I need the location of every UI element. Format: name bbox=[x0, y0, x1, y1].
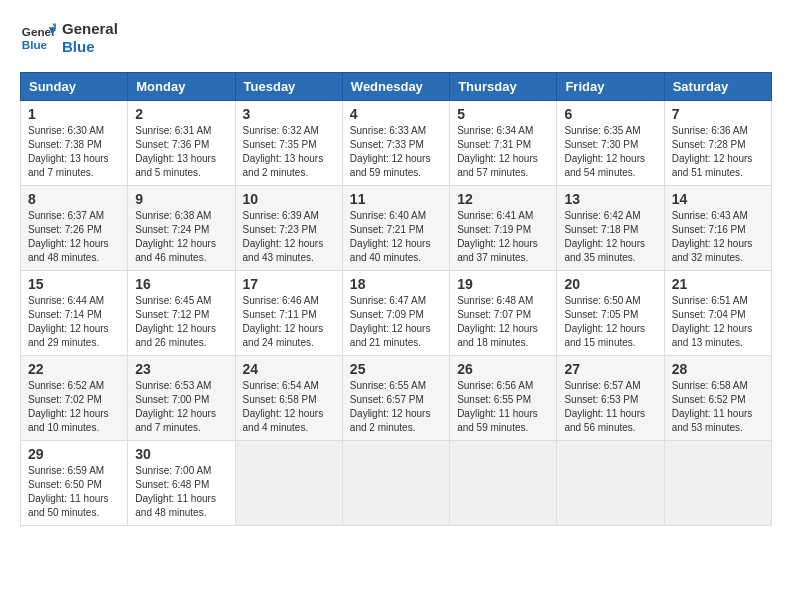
day-number: 9 bbox=[135, 191, 227, 207]
calendar-cell: 8Sunrise: 6:37 AM Sunset: 7:26 PM Daylig… bbox=[21, 186, 128, 271]
day-number: 18 bbox=[350, 276, 442, 292]
calendar-cell: 11Sunrise: 6:40 AM Sunset: 7:21 PM Dayli… bbox=[342, 186, 449, 271]
day-info: Sunrise: 6:51 AM Sunset: 7:04 PM Dayligh… bbox=[672, 294, 764, 350]
calendar-table: SundayMondayTuesdayWednesdayThursdayFrid… bbox=[20, 72, 772, 526]
calendar-cell: 14Sunrise: 6:43 AM Sunset: 7:16 PM Dayli… bbox=[664, 186, 771, 271]
calendar-cell: 9Sunrise: 6:38 AM Sunset: 7:24 PM Daylig… bbox=[128, 186, 235, 271]
calendar-week-row: 15Sunrise: 6:44 AM Sunset: 7:14 PM Dayli… bbox=[21, 271, 772, 356]
day-number: 15 bbox=[28, 276, 120, 292]
day-info: Sunrise: 6:47 AM Sunset: 7:09 PM Dayligh… bbox=[350, 294, 442, 350]
day-number: 5 bbox=[457, 106, 549, 122]
weekday-header-tuesday: Tuesday bbox=[235, 73, 342, 101]
calendar-cell: 10Sunrise: 6:39 AM Sunset: 7:23 PM Dayli… bbox=[235, 186, 342, 271]
day-info: Sunrise: 6:56 AM Sunset: 6:55 PM Dayligh… bbox=[457, 379, 549, 435]
day-number: 10 bbox=[243, 191, 335, 207]
weekday-header-saturday: Saturday bbox=[664, 73, 771, 101]
calendar-cell: 21Sunrise: 6:51 AM Sunset: 7:04 PM Dayli… bbox=[664, 271, 771, 356]
svg-text:General: General bbox=[22, 25, 56, 38]
day-info: Sunrise: 6:40 AM Sunset: 7:21 PM Dayligh… bbox=[350, 209, 442, 265]
day-info: Sunrise: 6:58 AM Sunset: 6:52 PM Dayligh… bbox=[672, 379, 764, 435]
calendar-cell: 22Sunrise: 6:52 AM Sunset: 7:02 PM Dayli… bbox=[21, 356, 128, 441]
day-number: 3 bbox=[243, 106, 335, 122]
calendar-cell bbox=[557, 441, 664, 526]
day-number: 8 bbox=[28, 191, 120, 207]
calendar-cell: 19Sunrise: 6:48 AM Sunset: 7:07 PM Dayli… bbox=[450, 271, 557, 356]
day-info: Sunrise: 6:50 AM Sunset: 7:05 PM Dayligh… bbox=[564, 294, 656, 350]
day-number: 1 bbox=[28, 106, 120, 122]
day-number: 20 bbox=[564, 276, 656, 292]
calendar-cell: 28Sunrise: 6:58 AM Sunset: 6:52 PM Dayli… bbox=[664, 356, 771, 441]
day-number: 19 bbox=[457, 276, 549, 292]
weekday-header-monday: Monday bbox=[128, 73, 235, 101]
day-number: 27 bbox=[564, 361, 656, 377]
calendar-cell: 20Sunrise: 6:50 AM Sunset: 7:05 PM Dayli… bbox=[557, 271, 664, 356]
day-number: 28 bbox=[672, 361, 764, 377]
day-number: 7 bbox=[672, 106, 764, 122]
day-info: Sunrise: 6:59 AM Sunset: 6:50 PM Dayligh… bbox=[28, 464, 120, 520]
day-info: Sunrise: 6:32 AM Sunset: 7:35 PM Dayligh… bbox=[243, 124, 335, 180]
day-info: Sunrise: 6:37 AM Sunset: 7:26 PM Dayligh… bbox=[28, 209, 120, 265]
calendar-cell: 15Sunrise: 6:44 AM Sunset: 7:14 PM Dayli… bbox=[21, 271, 128, 356]
logo: General Blue General Blue bbox=[20, 20, 118, 56]
calendar-cell: 3Sunrise: 6:32 AM Sunset: 7:35 PM Daylig… bbox=[235, 101, 342, 186]
calendar-cell: 17Sunrise: 6:46 AM Sunset: 7:11 PM Dayli… bbox=[235, 271, 342, 356]
day-number: 13 bbox=[564, 191, 656, 207]
header: General Blue General Blue bbox=[20, 20, 772, 56]
weekday-header-thursday: Thursday bbox=[450, 73, 557, 101]
weekday-header-sunday: Sunday bbox=[21, 73, 128, 101]
weekday-header-wednesday: Wednesday bbox=[342, 73, 449, 101]
calendar-week-row: 29Sunrise: 6:59 AM Sunset: 6:50 PM Dayli… bbox=[21, 441, 772, 526]
calendar-cell: 12Sunrise: 6:41 AM Sunset: 7:19 PM Dayli… bbox=[450, 186, 557, 271]
day-number: 6 bbox=[564, 106, 656, 122]
logo-icon: General Blue bbox=[20, 20, 56, 56]
day-number: 16 bbox=[135, 276, 227, 292]
day-info: Sunrise: 6:33 AM Sunset: 7:33 PM Dayligh… bbox=[350, 124, 442, 180]
calendar-week-row: 8Sunrise: 6:37 AM Sunset: 7:26 PM Daylig… bbox=[21, 186, 772, 271]
day-info: Sunrise: 6:46 AM Sunset: 7:11 PM Dayligh… bbox=[243, 294, 335, 350]
day-info: Sunrise: 6:45 AM Sunset: 7:12 PM Dayligh… bbox=[135, 294, 227, 350]
day-number: 25 bbox=[350, 361, 442, 377]
day-info: Sunrise: 6:48 AM Sunset: 7:07 PM Dayligh… bbox=[457, 294, 549, 350]
day-number: 14 bbox=[672, 191, 764, 207]
logo-text-line2: Blue bbox=[62, 38, 118, 56]
calendar-week-row: 22Sunrise: 6:52 AM Sunset: 7:02 PM Dayli… bbox=[21, 356, 772, 441]
calendar-body: 1Sunrise: 6:30 AM Sunset: 7:38 PM Daylig… bbox=[21, 101, 772, 526]
day-number: 4 bbox=[350, 106, 442, 122]
calendar-cell: 2Sunrise: 6:31 AM Sunset: 7:36 PM Daylig… bbox=[128, 101, 235, 186]
calendar-cell bbox=[664, 441, 771, 526]
day-info: Sunrise: 6:57 AM Sunset: 6:53 PM Dayligh… bbox=[564, 379, 656, 435]
calendar-cell: 16Sunrise: 6:45 AM Sunset: 7:12 PM Dayli… bbox=[128, 271, 235, 356]
calendar-cell: 13Sunrise: 6:42 AM Sunset: 7:18 PM Dayli… bbox=[557, 186, 664, 271]
calendar-cell: 29Sunrise: 6:59 AM Sunset: 6:50 PM Dayli… bbox=[21, 441, 128, 526]
day-info: Sunrise: 6:42 AM Sunset: 7:18 PM Dayligh… bbox=[564, 209, 656, 265]
day-info: Sunrise: 6:34 AM Sunset: 7:31 PM Dayligh… bbox=[457, 124, 549, 180]
calendar-cell: 18Sunrise: 6:47 AM Sunset: 7:09 PM Dayli… bbox=[342, 271, 449, 356]
day-number: 29 bbox=[28, 446, 120, 462]
day-number: 21 bbox=[672, 276, 764, 292]
day-info: Sunrise: 6:30 AM Sunset: 7:38 PM Dayligh… bbox=[28, 124, 120, 180]
calendar-cell: 6Sunrise: 6:35 AM Sunset: 7:30 PM Daylig… bbox=[557, 101, 664, 186]
calendar-cell: 25Sunrise: 6:55 AM Sunset: 6:57 PM Dayli… bbox=[342, 356, 449, 441]
day-number: 17 bbox=[243, 276, 335, 292]
svg-text:Blue: Blue bbox=[22, 38, 48, 51]
day-info: Sunrise: 6:36 AM Sunset: 7:28 PM Dayligh… bbox=[672, 124, 764, 180]
day-info: Sunrise: 6:39 AM Sunset: 7:23 PM Dayligh… bbox=[243, 209, 335, 265]
calendar-cell: 27Sunrise: 6:57 AM Sunset: 6:53 PM Dayli… bbox=[557, 356, 664, 441]
day-info: Sunrise: 6:38 AM Sunset: 7:24 PM Dayligh… bbox=[135, 209, 227, 265]
calendar-week-row: 1Sunrise: 6:30 AM Sunset: 7:38 PM Daylig… bbox=[21, 101, 772, 186]
day-number: 22 bbox=[28, 361, 120, 377]
day-number: 30 bbox=[135, 446, 227, 462]
day-info: Sunrise: 6:53 AM Sunset: 7:00 PM Dayligh… bbox=[135, 379, 227, 435]
calendar-cell: 24Sunrise: 6:54 AM Sunset: 6:58 PM Dayli… bbox=[235, 356, 342, 441]
calendar-cell: 1Sunrise: 6:30 AM Sunset: 7:38 PM Daylig… bbox=[21, 101, 128, 186]
calendar-cell bbox=[450, 441, 557, 526]
day-info: Sunrise: 6:35 AM Sunset: 7:30 PM Dayligh… bbox=[564, 124, 656, 180]
day-info: Sunrise: 7:00 AM Sunset: 6:48 PM Dayligh… bbox=[135, 464, 227, 520]
calendar-cell bbox=[235, 441, 342, 526]
calendar-cell: 26Sunrise: 6:56 AM Sunset: 6:55 PM Dayli… bbox=[450, 356, 557, 441]
calendar-cell bbox=[342, 441, 449, 526]
weekday-header-friday: Friday bbox=[557, 73, 664, 101]
weekday-header-row: SundayMondayTuesdayWednesdayThursdayFrid… bbox=[21, 73, 772, 101]
calendar-cell: 5Sunrise: 6:34 AM Sunset: 7:31 PM Daylig… bbox=[450, 101, 557, 186]
day-number: 2 bbox=[135, 106, 227, 122]
